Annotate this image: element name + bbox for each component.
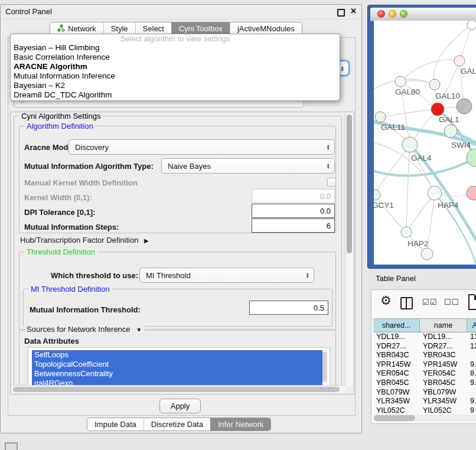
tab-cyni-toolbox[interactable]: Cyni Toolbox	[171, 22, 230, 35]
dpi-tolerance-label: DPI Tolerance [0,1]:	[24, 208, 95, 217]
close-traffic-light-icon[interactable]	[377, 10, 385, 18]
network-edge[interactable]	[400, 60, 459, 81]
network-icon	[57, 24, 65, 34]
settings-horizontal-scrollbar[interactable]	[11, 385, 345, 393]
column-header[interactable]: name	[420, 319, 467, 332]
tab-label: Network	[68, 24, 96, 33]
data-attribute-item[interactable]: TopologicalCoefficient	[32, 360, 322, 369]
node-pink-top[interactable]	[454, 56, 465, 66]
node-GAL11[interactable]	[375, 112, 386, 122]
group-title: MI Threshold Definition	[28, 285, 112, 294]
algorithm-menu-item[interactable]: Dream8 DC_TDC Algorithm	[11, 90, 340, 100]
table-cell: YDL19...	[420, 332, 467, 342]
algorithm-menu-item[interactable]: Bayesian – K2	[11, 81, 340, 90]
node-GAL4[interactable]	[402, 137, 418, 152]
document-icon[interactable]	[468, 294, 476, 310]
node-pink-right[interactable]	[467, 186, 476, 200]
table-body: YDL19...YDL19...13YDR27...YDR27...12YBR0…	[373, 332, 476, 413]
table-cell: YBR045C	[373, 379, 420, 388]
node-bottom[interactable]	[421, 248, 433, 260]
table-row[interactable]: YLR345WYLR345W9.	[373, 397, 476, 406]
aracne-mode-combo[interactable]: Discovery ▲▼	[69, 139, 335, 155]
mi-algorithm-type-combo[interactable]: Naive Bayes ▲▼	[161, 158, 335, 174]
table-cell: YBR043C	[420, 351, 467, 360]
node-SWI4[interactable]	[444, 125, 457, 138]
table-horizontal-scrollbar[interactable]	[373, 415, 476, 422]
network-edge[interactable]	[459, 25, 472, 61]
network-edge[interactable]	[406, 145, 410, 232]
tab-jactivemnodules[interactable]: jActiveMNodules	[230, 22, 302, 35]
node-gray[interactable]	[457, 99, 472, 114]
tab-select[interactable]: Select	[135, 22, 171, 35]
manual-kernel-checkbox[interactable]	[327, 178, 336, 187]
popup-items-container: Bayesian – Hill ClimbingBasic Correlatio…	[11, 43, 340, 100]
node-GAL10[interactable]	[429, 79, 440, 90]
algorithm-menu-item[interactable]: Bayesian – Hill Climbing	[11, 43, 340, 53]
combo-stepper-icon: ▲▼	[327, 144, 330, 150]
tab-network[interactable]: Network	[50, 22, 103, 35]
hub-definition-toggle[interactable]: Hub/Transcription Factor Definition ▶	[20, 236, 149, 244]
table-row[interactable]: YBL079WYBL079W	[373, 388, 476, 397]
tab-style[interactable]: Style	[103, 22, 135, 35]
algorithm-dropdown-popup: Select algorithm to view settings Bayesi…	[10, 34, 340, 101]
algorithm-menu-item[interactable]: Basic Correlation Inference	[11, 53, 340, 62]
table-row[interactable]: YPR145WYPR145W9.	[373, 360, 476, 370]
mi-steps-field[interactable]: 6	[252, 219, 335, 233]
dpi-tolerance-field[interactable]: 0.0	[252, 204, 335, 218]
table-row[interactable]: YBR045CYBR045C9.	[373, 379, 476, 388]
kernel-width-field[interactable]: 0.0	[252, 189, 335, 203]
which-threshold-combo[interactable]: MI Threshold ▲▼	[139, 268, 314, 283]
table-row[interactable]: YDL19...YDL19...13	[373, 332, 476, 342]
node-green-right[interactable]	[467, 149, 476, 167]
tab-label: Style	[111, 24, 128, 33]
node-label: SWI4	[451, 141, 471, 149]
network-edge[interactable]	[375, 145, 410, 195]
zoom-traffic-light-icon[interactable]	[400, 10, 407, 18]
minimize-traffic-light-icon[interactable]	[389, 10, 396, 18]
column-header[interactable]: A	[467, 319, 476, 332]
table-row[interactable]: YBR043CYBR043C	[373, 351, 476, 360]
node-HAP4[interactable]	[428, 186, 442, 200]
data-attribute-item[interactable]: SelfLoops	[32, 350, 322, 360]
tab-impute-data[interactable]: Impute Data	[87, 418, 144, 431]
node-table: shared...nameA YDL19...YDL19...13YDR27..…	[373, 318, 476, 413]
data-attributes-list[interactable]: SelfLoopsTopologicalCoefficientBetweenne…	[28, 347, 330, 387]
unchecked-boxes-icon[interactable]: ☐☐	[444, 298, 459, 306]
mi-type-label: Mutual Information Algorithm Type:	[24, 162, 154, 171]
close-icon[interactable]: ✕	[350, 6, 357, 15]
network-edge[interactable]	[380, 109, 438, 117]
node-GAL1-red[interactable]	[431, 103, 444, 116]
columns-icon[interactable]	[400, 297, 413, 309]
table-row[interactable]: YDR27...YDR27...12	[373, 342, 476, 351]
scrollbar-thumb[interactable]	[374, 415, 415, 421]
minimized-panel-icon[interactable]	[5, 442, 18, 450]
node-HAP2[interactable]	[401, 227, 412, 237]
node[interactable]	[467, 21, 476, 30]
tab-infer-network[interactable]: Infer Network	[210, 418, 270, 431]
settings-vertical-scrollbar[interactable]	[345, 113, 353, 386]
scrollbar-thumb[interactable]	[347, 115, 352, 253]
mi-threshold-field[interactable]: 0.5	[249, 301, 328, 315]
apply-button[interactable]: Apply	[159, 399, 201, 413]
float-window-icon[interactable]	[337, 9, 345, 17]
network-edge[interactable]	[438, 61, 459, 109]
tab-discretize-data[interactable]: Discretize Data	[144, 418, 210, 431]
gear-icon[interactable]: ⚙	[380, 294, 392, 308]
column-header[interactable]: shared...	[373, 319, 420, 332]
algorithm-menu-item[interactable]: Mutual Information Inference	[11, 71, 340, 81]
control-panel-titlebar: Control Panel ✕	[1, 5, 361, 19]
checked-boxes-icon[interactable]: ☑☑	[422, 298, 437, 306]
scrollbar-thumb[interactable]	[13, 387, 340, 392]
algorithm-menu-item[interactable]: ARACNE Algorithm	[11, 62, 340, 71]
table-row[interactable]: YER054CYER054C8.	[373, 369, 476, 379]
network-canvas[interactable]: GALGAL80GAL10GAL1GAL11SWI4GAL4GCY1HAP4YH…	[374, 21, 476, 265]
table-row[interactable]: YIL052CYIL052C9	[373, 406, 476, 413]
sources-toggle[interactable]: Sources for Network Inference ▼	[24, 325, 144, 334]
node-label: GCY1	[374, 201, 394, 210]
data-attribute-item[interactable]: BetweennessCentrality	[32, 369, 322, 379]
node-GCY1[interactable]	[374, 190, 380, 200]
list-scrollbar-thumb[interactable]	[322, 351, 327, 382]
cyni-algorithm-settings-group: Cyni Algorithm Settings Algorithm Defini…	[14, 116, 342, 393]
node-GAL80[interactable]	[395, 76, 406, 87]
tab-label: Cyni Toolbox	[179, 24, 223, 33]
